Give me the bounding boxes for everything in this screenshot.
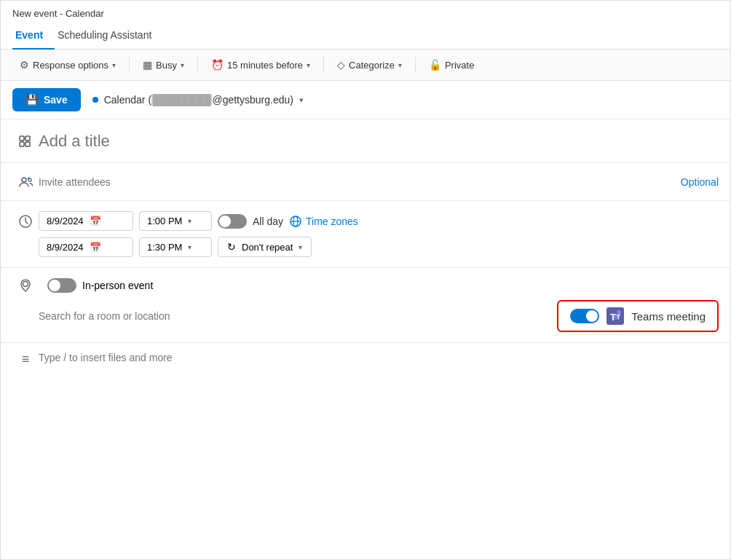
app-window: New event - Calendar Event Scheduling As… [0, 0, 731, 560]
response-options-icon: ⚙ [20, 59, 29, 71]
notes-input[interactable] [39, 352, 719, 363]
teams-ms-icon: T T [606, 307, 624, 325]
allday-label: All day [253, 216, 283, 227]
start-time-chevron: ▾ [188, 217, 191, 225]
response-options-chevron: ▾ [112, 61, 116, 69]
busy-icon: ▦ [143, 59, 152, 71]
tab-scheduling[interactable]: Scheduling Assistant [55, 23, 163, 50]
busy-chevron: ▾ [181, 61, 184, 69]
timezones-label: Time zones [306, 216, 358, 227]
location-input[interactable] [39, 310, 557, 322]
start-datetime-row: 8/9/2024 📅 1:00 PM ▾ All day [39, 211, 719, 231]
attendees-row: Optional [1, 163, 730, 201]
separator-1 [129, 57, 130, 73]
repeat-icon: ↻ [227, 241, 236, 253]
teams-meeting-label: Teams meeting [631, 310, 706, 323]
globe-icon [289, 215, 302, 228]
teams-meeting-box[interactable]: T T Teams meeting [557, 300, 719, 332]
categorize-label: Categorize [349, 60, 395, 71]
busy-label: Busy [156, 60, 177, 71]
svg-rect-1 [20, 142, 24, 146]
tab-event[interactable]: Event [12, 23, 55, 50]
svg-rect-3 [25, 142, 30, 146]
form-area: Optional 8/9/2024 📅 [1, 119, 730, 559]
reminder-icon: ⏰ [211, 59, 224, 71]
reminder-chevron: ▾ [307, 61, 310, 69]
action-bar: 💾 Save Calendar (████████@gettysburg.edu… [1, 81, 730, 119]
location-inperson-row: In-person event [12, 278, 719, 293]
end-date-field[interactable]: 8/9/2024 📅 [39, 237, 133, 257]
allday-section: All day [218, 214, 283, 229]
window-title: New event - Calendar [12, 8, 104, 19]
busy-button[interactable]: ▦ Busy ▾ [135, 55, 191, 74]
response-options-label: Response options [33, 60, 108, 71]
repeat-field[interactable]: ↻ Don't repeat ▾ [218, 237, 312, 257]
location-search-row: T T Teams meeting [12, 300, 719, 332]
allday-toggle[interactable] [218, 214, 247, 229]
separator-2 [197, 57, 198, 73]
reminder-label: 15 minutes before [227, 60, 303, 71]
start-time-field[interactable]: 1:00 PM ▾ [139, 211, 212, 231]
response-options-button[interactable]: ⚙ Response options ▾ [12, 55, 123, 74]
calendar-dot [92, 97, 98, 103]
svg-text:T: T [610, 312, 616, 323]
repeat-chevron: ▾ [299, 243, 302, 251]
notes-row: ≡ [1, 343, 730, 376]
categorize-chevron: ▾ [398, 61, 402, 69]
save-button[interactable]: 💾 Save [12, 88, 81, 111]
save-label: Save [44, 94, 68, 106]
start-date-value: 8/9/2024 [47, 216, 84, 226]
calendar-chevron: ▾ [299, 95, 304, 105]
svg-point-4 [22, 178, 26, 182]
title-icon [12, 133, 39, 149]
svg-point-12 [23, 282, 28, 287]
title-row [1, 119, 730, 163]
title-bar: New event - Calendar [1, 1, 730, 23]
calendar-text: Calendar (████████@gettysburg.edu) [104, 94, 293, 106]
end-time-value: 1:30 PM [147, 242, 182, 253]
attendees-row-inner: Optional [39, 176, 719, 188]
categorize-icon: ◇ [337, 59, 345, 71]
private-label: Private [445, 60, 474, 71]
attendees-icon [12, 174, 39, 190]
in-person-label: In-person event [82, 280, 153, 291]
in-person-toggle[interactable] [47, 278, 76, 293]
private-icon: 🔓 [429, 59, 441, 71]
location-row: In-person event T T Teams meeting [1, 268, 730, 343]
teams-toggle[interactable] [570, 309, 599, 323]
timezones-link[interactable]: Time zones [289, 215, 358, 228]
attendees-input[interactable] [39, 176, 681, 188]
end-datetime-row: 8/9/2024 📅 1:30 PM ▾ ↻ Don't repeat ▾ [39, 237, 719, 257]
svg-rect-0 [20, 136, 24, 141]
datetime-row: 8/9/2024 📅 1:00 PM ▾ All day [1, 201, 730, 268]
end-date-cal-icon: 📅 [90, 242, 101, 253]
title-input[interactable] [39, 132, 719, 151]
reminder-button[interactable]: ⏰ 15 minutes before ▾ [204, 55, 317, 74]
end-time-chevron: ▾ [188, 243, 191, 251]
separator-4 [415, 57, 416, 73]
notes-icon: ≡ [12, 352, 39, 367]
start-time-value: 1:00 PM [147, 216, 182, 226]
svg-text:T: T [617, 313, 621, 320]
clock-icon [12, 214, 39, 229]
save-icon: 💾 [25, 94, 38, 106]
in-person-section: In-person event [47, 278, 153, 293]
toolbar: ⚙ Response options ▾ ▦ Busy ▾ ⏰ 15 minut… [1, 50, 730, 81]
calendar-selector[interactable]: Calendar (████████@gettysburg.edu) ▾ [92, 94, 304, 106]
datetime-section: 8/9/2024 📅 1:00 PM ▾ All day [39, 211, 719, 257]
private-button[interactable]: 🔓 Private [422, 55, 481, 74]
end-date-value: 8/9/2024 [47, 242, 84, 253]
start-date-field[interactable]: 8/9/2024 📅 [39, 211, 133, 231]
location-left: In-person event [12, 278, 153, 293]
optional-link[interactable]: Optional [681, 176, 719, 188]
separator-3 [323, 57, 324, 73]
location-icon [12, 278, 39, 293]
dont-repeat-label: Don't repeat [242, 242, 293, 253]
start-date-cal-icon: 📅 [90, 216, 101, 226]
tabs-row: Event Scheduling Assistant [1, 23, 730, 50]
end-time-field[interactable]: 1:30 PM ▾ [139, 237, 212, 257]
categorize-button[interactable]: ◇ Categorize ▾ [330, 55, 409, 74]
svg-rect-2 [25, 136, 30, 141]
